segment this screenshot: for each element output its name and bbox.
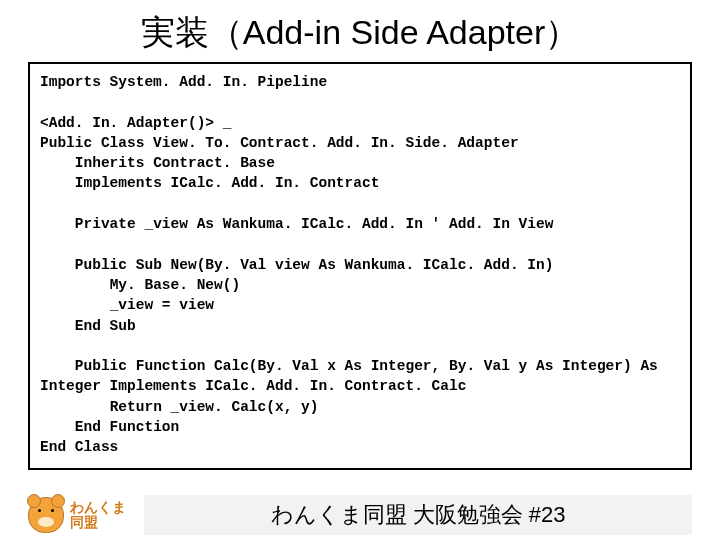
logo-line1: わんくま [70,500,126,515]
logo: わんくま 同盟 [28,497,126,533]
footer-title: わんくま同盟 大阪勉強会 #23 [271,500,566,530]
code-block: Imports System. Add. In. Pipeline <Add. … [28,62,692,470]
footer: わんくま 同盟 わんくま同盟 大阪勉強会 #23 [28,492,692,538]
slide: 実装（Add-in Side Adapter） Imports System. … [0,10,720,540]
logo-line2: 同盟 [70,515,126,530]
footer-title-wrap: わんくま同盟 大阪勉強会 #23 [144,495,692,535]
bear-icon [28,497,64,533]
logo-text: わんくま 同盟 [70,500,126,531]
slide-title: 実装（Add-in Side Adapter） [0,10,720,56]
